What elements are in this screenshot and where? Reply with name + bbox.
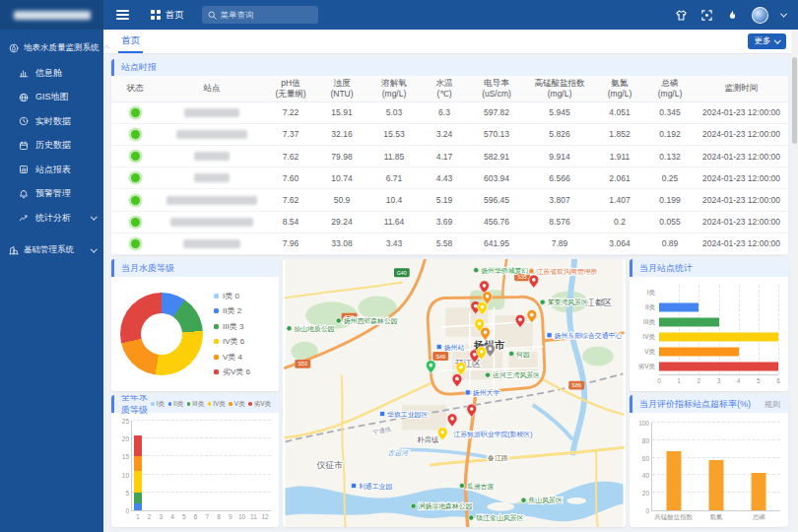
cell-monitor_time: 2024-01-23 12:00:00 xyxy=(695,146,788,167)
legend-item[interactable]: 劣V类 xyxy=(248,400,271,409)
legend-item[interactable]: I类 0 xyxy=(214,291,250,301)
legend-item[interactable]: II类 xyxy=(168,400,184,409)
calendar-icon xyxy=(19,141,29,151)
more-button[interactable]: 更多 xyxy=(748,33,787,49)
dashboard-grid: 当月水质等级 I类 0II类 2III类 3IV类 6V类 4劣V类 6 全年水… xyxy=(111,259,788,527)
sidebar-item-gis-map[interactable]: GIS地图 xyxy=(0,86,103,110)
cell-monitor_time: 2024-01-23 12:00:00 xyxy=(695,123,788,145)
legend-item[interactable]: II类 2 xyxy=(214,305,250,316)
legend-label: I类 xyxy=(157,400,165,409)
screenshot-icon[interactable] xyxy=(700,9,713,22)
search-icon xyxy=(208,11,217,20)
cell-conductivity: 597.82 xyxy=(468,101,525,123)
road-shield: S53 xyxy=(295,360,310,368)
main-content: 站点时报 状态站点pH值(无量纲)浊度(NTU)溶解氧(mg/L)水温(℃)电导… xyxy=(103,54,798,532)
cell-total_phosphorus: 0.25 xyxy=(645,167,695,189)
user-avatar[interactable] xyxy=(752,7,768,24)
legend-label: III类 xyxy=(192,400,204,409)
chevron-down-icon xyxy=(774,36,780,42)
map-label: 古运河 xyxy=(388,449,410,456)
sidebar-item-info-hub[interactable]: 信息舱 xyxy=(0,61,103,86)
legend-item[interactable]: 劣V类 6 xyxy=(214,366,250,377)
table-row[interactable]: 7.2215.915.036.3597.825.9454.0510.345202… xyxy=(111,101,788,123)
legend-dot xyxy=(214,339,219,344)
sidebar-item-label: GIS地图 xyxy=(35,91,96,103)
map-poi-icon xyxy=(469,515,474,520)
theme-skin-icon[interactable] xyxy=(675,9,688,22)
system-icon xyxy=(9,43,19,53)
cell-ammonia_nitrogen: 1.911 xyxy=(594,146,645,167)
table-row[interactable]: 7.6279.9811.854.17582.919.9141.9110.1322… xyxy=(111,146,788,167)
legend-dot xyxy=(214,308,219,313)
cell-dissolved_oxygen: 6.71 xyxy=(367,167,421,189)
sidebar-item-label: 站点报表 xyxy=(35,164,96,176)
cell-turbidity: 15.91 xyxy=(316,101,367,123)
cell-ph: 8.54 xyxy=(265,211,316,233)
cell-turbidity: 10.74 xyxy=(316,167,367,189)
clock-icon xyxy=(19,116,29,126)
map-label: 茱萸湾风景区 xyxy=(548,299,588,306)
cell-station xyxy=(159,101,265,123)
table-row[interactable]: 7.3732.1615.533.24570.135.8261.8520.1922… xyxy=(111,123,788,145)
legend-item[interactable]: V类 xyxy=(229,400,244,409)
station-name-redacted xyxy=(184,108,239,117)
stacked-bar-segment xyxy=(134,493,142,503)
sidebar-item-realtime-data[interactable]: 实时数据 xyxy=(0,109,103,134)
hamburger-menu-icon[interactable] xyxy=(116,10,129,21)
cell-turbidity: 79.98 xyxy=(316,146,367,167)
table-row[interactable]: 7.6010.746.714.43603.946.5662.0610.25202… xyxy=(111,167,788,189)
user-menu-chevron-icon[interactable] xyxy=(780,10,787,17)
column-header-dissolved_oxygen: 溶解氧(mg/L) xyxy=(367,76,421,101)
hbar xyxy=(659,363,778,371)
table-row[interactable]: 7.9633.083.435.58641.957.893.0640.892024… xyxy=(111,233,788,254)
map-poi-icon xyxy=(540,299,545,304)
status-indicator xyxy=(131,196,140,205)
legend-item[interactable]: III类 xyxy=(187,400,204,409)
topbar-home-link[interactable]: 首页 xyxy=(151,9,184,22)
cell-permanganate_index: 3.807 xyxy=(525,189,594,211)
cell-conductivity: 603.94 xyxy=(468,167,525,189)
map-label: 春江路 xyxy=(487,454,508,462)
legend-item[interactable]: IV类 6 xyxy=(214,336,250,347)
legend-item[interactable]: III类 3 xyxy=(214,321,250,332)
rules-link[interactable]: 规则 xyxy=(765,399,780,410)
sidebar-item-history-data[interactable]: 历史数据 xyxy=(0,134,103,159)
cell-turbidity: 33.08 xyxy=(316,233,367,254)
legend-item[interactable]: V类 4 xyxy=(214,352,250,363)
cell-status xyxy=(111,167,159,189)
cell-ammonia_nitrogen: 2.061 xyxy=(594,167,645,189)
search-input[interactable] xyxy=(221,10,312,20)
cell-conductivity: 582.91 xyxy=(468,146,525,167)
sidebar-item-station-report[interactable]: 站点报表 xyxy=(0,158,103,182)
table-row[interactable]: 8.5429.2411.643.69456.768.5760.20.055202… xyxy=(111,211,788,233)
sidebar-item-statistics-analysis[interactable]: 统计分析 xyxy=(0,206,103,231)
tab-home[interactable]: 首页 xyxy=(118,30,143,53)
cell-water_temp: 3.69 xyxy=(421,211,468,233)
scrollbar-thumb[interactable] xyxy=(792,57,797,144)
legend-item[interactable]: I类 xyxy=(151,400,165,409)
menu-search xyxy=(202,6,318,24)
donut-legend: I类 0II类 2III类 3IV类 6V类 4劣V类 6 xyxy=(214,291,250,378)
page-scrollbar[interactable] xyxy=(791,30,798,532)
table-row[interactable]: 7.6250.910.45.19596.453.8071.4070.199202… xyxy=(111,189,788,211)
flame-icon[interactable] xyxy=(726,9,739,22)
legend-item[interactable]: IV类 xyxy=(208,400,226,409)
legend-dot xyxy=(214,369,219,374)
map-label: 江苏省双沟闸管理所 xyxy=(536,268,597,276)
sidebar-group-base-system[interactable]: 基础管理系统 xyxy=(0,237,103,264)
cell-water_temp: 4.17 xyxy=(421,146,468,167)
sidebar-item-alert-management[interactable]: 预警管理 xyxy=(0,182,103,207)
cell-ph: 7.60 xyxy=(265,167,316,189)
map-poi-icon xyxy=(411,503,416,508)
map-poi-icon xyxy=(459,483,464,488)
topbar: 首页 xyxy=(103,0,798,30)
cell-status xyxy=(111,211,159,233)
cell-conductivity: 456.76 xyxy=(468,211,525,233)
legend-label: II类 xyxy=(173,400,183,409)
cell-conductivity: 570.13 xyxy=(468,123,525,145)
map-canvas[interactable]: G40S28S49S53S35S86 扬州市邗江区江都区仪征市扬州西郊森林公园捺… xyxy=(283,259,626,527)
sidebar-group-water-system[interactable]: 地表水质量监测系统 xyxy=(0,34,103,61)
status-indicator xyxy=(131,108,140,117)
legend-label: V类 4 xyxy=(223,352,242,363)
legend-label: V类 xyxy=(234,400,245,409)
